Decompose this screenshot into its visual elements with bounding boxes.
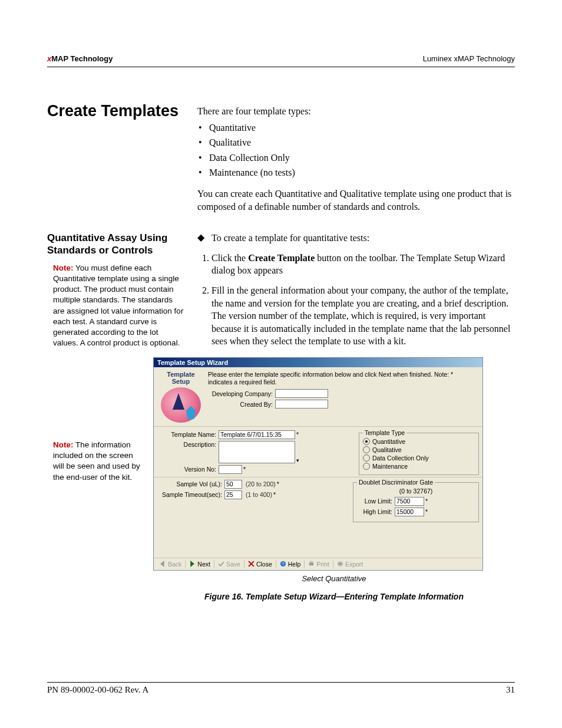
svg-rect-2 — [309, 563, 313, 566]
radio-icon — [363, 446, 370, 453]
note-label: Note: — [53, 440, 74, 449]
template-setup-wizard-screenshot: Template Setup Wizard Template Setup Ple… — [153, 357, 483, 571]
template-name-label: Template Name: — [157, 431, 219, 438]
print-icon — [308, 561, 315, 567]
low-limit-label: Low Limit: — [357, 498, 395, 505]
low-limit-input[interactable] — [395, 497, 424, 506]
created-by-input[interactable] — [275, 400, 328, 409]
radio-icon — [363, 438, 370, 445]
doublet-gate-hint: (0 to 32767) — [357, 487, 475, 495]
back-button[interactable]: Back — [156, 560, 186, 568]
sample-vol-label: Sample Vol (uL): — [157, 480, 224, 487]
procedure-intro-text: To create a template for quantitative te… — [211, 232, 369, 245]
help-icon: ? — [280, 561, 286, 567]
required-asterisk: * — [277, 480, 279, 487]
required-asterisk: * — [243, 466, 246, 473]
version-label: Version No: — [157, 466, 219, 473]
wizard-icon — [161, 387, 201, 423]
required-asterisk: * — [425, 498, 428, 505]
doublet-gate-group: Doublet Discriminator Gate (0 to 32767) … — [353, 482, 479, 522]
description-input[interactable] — [219, 441, 295, 463]
wizard-instructions: Please enter the template specific infor… — [208, 371, 479, 386]
high-limit-input[interactable] — [395, 508, 424, 516]
arrow-left-icon — [160, 561, 166, 567]
svg-text:?: ? — [282, 562, 284, 567]
wizard-side-title: Template Setup — [157, 371, 204, 385]
radio-maintenance[interactable]: Maintenance — [363, 463, 475, 470]
wizard-sidebar: Template Setup — [157, 371, 204, 423]
note-label: Note: — [53, 263, 74, 272]
export-button[interactable]: Export — [333, 560, 366, 568]
template-type-legend: Template Type — [363, 429, 406, 436]
heading-quant-assay: Quantitative Assay Using Standards or Co… — [47, 232, 186, 257]
list-item: Qualitative — [209, 136, 515, 149]
template-type-group: Template Type Quantitative Qualitative D… — [359, 433, 479, 475]
intro-para-2: You can create each Quantitative and Qua… — [197, 187, 515, 213]
list-item: Data Collection Only — [209, 151, 515, 164]
required-asterisk: * — [273, 491, 276, 498]
sample-timeout-input[interactable] — [224, 490, 242, 499]
check-icon — [218, 561, 224, 567]
radio-quantitative[interactable]: Quantitative — [363, 438, 475, 445]
template-types-list: Quantitative Qualitative Data Collection… — [197, 121, 515, 179]
radio-data-collection[interactable]: Data Collection Only — [363, 454, 475, 462]
wizard-toolbar: Back Next Save Close ? — [154, 558, 482, 570]
list-item: Quantitative — [209, 121, 515, 134]
section-create-templates: Create Templates There are four template… — [47, 103, 515, 221]
sample-vol-input[interactable] — [224, 480, 242, 489]
note-block-2: Note: The information included on the sc… — [47, 440, 141, 483]
export-icon — [337, 561, 343, 567]
step-1: Click the Create Template button on the … — [211, 252, 515, 277]
next-button[interactable]: Next — [186, 560, 214, 568]
textarea-scroll-icon: ▾ — [296, 457, 299, 463]
required-asterisk: * — [296, 431, 299, 438]
dev-company-label: Developing Company: — [208, 390, 275, 397]
caption-select-quant: Select Quantitative — [153, 574, 515, 583]
header-right: Luminex xMAP Technology — [423, 54, 515, 63]
note-block-1: Note: You must define each Quantitative … — [47, 263, 186, 349]
footer-left: PN 89-00002-00-062 Rev. A — [47, 685, 148, 695]
sample-timeout-label: Sample Timeout(sec): — [157, 491, 224, 498]
print-button[interactable]: Print — [305, 560, 333, 568]
required-asterisk: * — [425, 508, 428, 515]
running-footer: PN 89-00002-00-062 Rev. A 31 — [47, 682, 515, 695]
page: xMAP Technology Luminex xMAP Technology … — [0, 0, 562, 728]
wizard-titlebar: Template Setup Wizard — [154, 358, 482, 367]
arrow-right-icon — [189, 561, 196, 567]
figure-caption: Figure 16. Template Setup Wizard—Enterin… — [153, 591, 515, 602]
radio-qualitative[interactable]: Qualitative — [363, 446, 475, 453]
intro-text: There are four template types: — [197, 105, 515, 118]
procedure-intro: ◆ To create a template for quantitative … — [197, 232, 515, 245]
template-name-input[interactable] — [219, 430, 295, 439]
sample-vol-hint: (20 to 200) — [246, 480, 276, 487]
wizard-spacer — [154, 528, 482, 558]
header-left: xMAP Technology — [47, 54, 113, 63]
radio-icon — [363, 463, 370, 470]
close-icon — [248, 561, 254, 567]
created-by-label: Created By: — [208, 401, 275, 408]
diamond-icon: ◆ — [197, 232, 211, 243]
doublet-gate-legend: Doublet Discriminator Gate — [357, 479, 435, 486]
step-2: Fill in the general information about yo… — [211, 284, 515, 348]
close-button[interactable]: Close — [244, 560, 276, 568]
steps-list: Click the Create Template button on the … — [197, 252, 515, 348]
help-button[interactable]: ? Help — [276, 560, 305, 568]
figure-row: Note: The information included on the sc… — [47, 357, 515, 602]
list-item: Maintenance (no tests) — [209, 166, 515, 179]
heading-create-templates: Create Templates — [47, 103, 186, 120]
header-rule — [47, 67, 515, 67]
section-quant-assay: Quantitative Assay Using Standards or Co… — [47, 232, 515, 355]
high-limit-label: High Limit: — [357, 508, 395, 515]
header-rest: MAP Technology — [51, 54, 113, 63]
radio-icon — [363, 454, 370, 462]
sample-timeout-hint: (1 to 400) — [246, 491, 272, 498]
description-label: Description: — [157, 441, 219, 448]
create-template-bold: Create Template — [248, 253, 315, 263]
dev-company-input[interactable] — [275, 389, 328, 398]
svg-rect-3 — [310, 561, 313, 563]
note-text: You must define each Quantitative templa… — [53, 263, 183, 348]
save-button[interactable]: Save — [214, 560, 244, 568]
running-header: xMAP Technology Luminex xMAP Technology — [47, 54, 515, 64]
footer-page-number: 31 — [506, 685, 515, 695]
version-input[interactable] — [219, 465, 242, 474]
